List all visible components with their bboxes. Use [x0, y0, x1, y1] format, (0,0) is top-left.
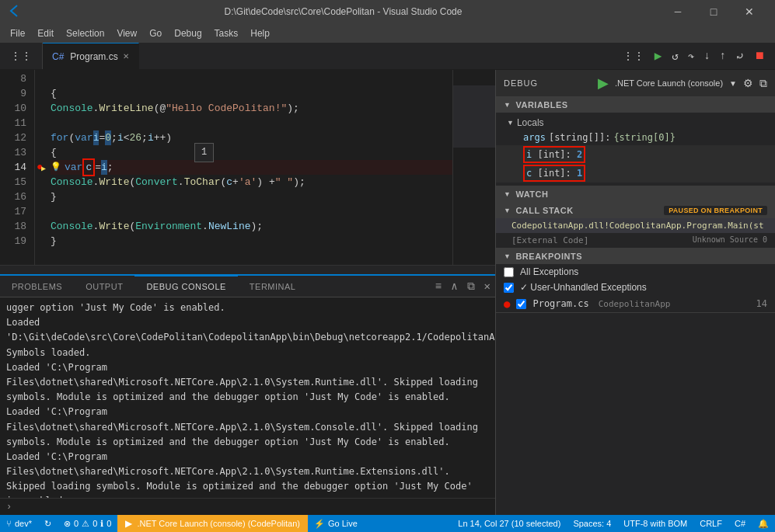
debug-input[interactable]	[16, 502, 489, 513]
spaces-info: Spaces: 4	[573, 519, 611, 528]
debug-dots[interactable]: ⋮⋮	[619, 47, 648, 65]
code-line-15: Console.Write(Convert.ToChar(c + 'a') + …	[51, 175, 452, 190]
status-notifications[interactable]: 🔔	[752, 515, 775, 532]
panel-split[interactable]: ⧉	[463, 276, 480, 297]
panel-close[interactable]: ✕	[480, 276, 495, 297]
tab-program-cs[interactable]: C# Program.cs ✕	[43, 43, 139, 69]
call-stack-chevron: ▼	[504, 207, 511, 214]
stack-frame-external[interactable]: [External Code] Unknown Source 0	[496, 233, 775, 248]
watch-label: WATCH	[515, 190, 548, 199]
panel-clear[interactable]: ∧	[446, 276, 462, 297]
breakpoints-chevron: ▼	[504, 252, 511, 260]
panel-tabs: PROBLEMS OUTPUT DEBUG CONSOLE TERMINAL ≡…	[0, 276, 495, 297]
bp-program-cs: ● Program.cs CodepolitanApp 14	[496, 295, 775, 312]
bp-user-unhandled-checkbox[interactable]	[504, 283, 514, 293]
menu-tasks[interactable]: Tasks	[208, 26, 245, 41]
close-button[interactable]: ✕	[731, 0, 767, 23]
menu-selection[interactable]: Selection	[60, 26, 110, 41]
explorer-icon[interactable]: ⋮⋮	[6, 47, 36, 65]
menu-debug[interactable]: Debug	[168, 26, 208, 41]
horizontal-scrollbar[interactable]	[0, 265, 495, 274]
maximize-button[interactable]: □	[696, 0, 731, 23]
tab-problems[interactable]: PROBLEMS	[0, 276, 74, 297]
tab-terminal[interactable]: TERMINAL	[238, 276, 308, 297]
i-val: 2	[577, 149, 582, 160]
info-count: 0	[106, 519, 111, 528]
lightbulb-icon[interactable]: 💡	[51, 160, 61, 175]
debug-restart[interactable]: ↺	[668, 47, 682, 65]
debug-console-content[interactable]: ugger option 'Just My Code' is enabled. …	[0, 297, 495, 498]
console-line-3: Loaded 'C:\Program Files\dotnet\shared\M…	[6, 360, 489, 405]
call-stack-header[interactable]: ▼ CALL STACK PAUSED ON BREAKPOINT	[496, 203, 775, 218]
minimize-button[interactable]: ─	[660, 0, 696, 23]
debug-step-over[interactable]: ↷	[684, 47, 698, 65]
menu-view[interactable]: View	[110, 26, 143, 41]
tab-debug-console[interactable]: DEBUG CONSOLE	[134, 276, 237, 297]
error-icon: ⊗	[64, 519, 71, 529]
locals-group-header[interactable]: ▼ Locals	[496, 116, 775, 130]
variables-content: ▼ Locals args [string[]]: {string[0]}	[496, 113, 775, 186]
tab-label: C#	[52, 51, 64, 62]
debug-maximize-icon[interactable]: ⧉	[759, 77, 767, 90]
warning-icon: ⚠	[82, 519, 89, 529]
frame-external-name: [External Code]	[511, 235, 588, 245]
panel-wrap-toggle[interactable]: ≡	[431, 276, 446, 297]
cursor-info: Ln 14, Col 27 (10 selected)	[458, 519, 560, 528]
code-line-14: 💡 var c = i; 1	[51, 160, 452, 175]
menu-help[interactable]: Help	[244, 26, 276, 41]
status-errors[interactable]: ⊗ 0 ⚠ 0 ℹ 0	[58, 515, 117, 532]
code-content[interactable]: { Console.WriteLine(@"Hello CodePolitan!…	[51, 70, 452, 265]
debug-stop[interactable]: ⏹	[750, 47, 769, 64]
args-type: [string[]]:	[549, 130, 610, 144]
code-line-19: }	[51, 234, 452, 249]
bp-all-exceptions-checkbox[interactable]	[504, 267, 514, 277]
debug-run-play-icon: ▶	[125, 518, 132, 529]
frame-main-name: CodepolitanApp.dll!CodepolitanApp.Progra…	[511, 221, 764, 231]
bp-program-cs-app: CodepolitanApp	[599, 299, 671, 309]
debug-continue[interactable]: ▶	[650, 46, 667, 66]
code-line-9: {	[51, 86, 452, 101]
variables-header[interactable]: ▼ VARIABLES	[496, 97, 775, 113]
app-icon	[8, 5, 20, 19]
variables-label: VARIABLES	[515, 100, 567, 110]
bp-program-cs-checkbox[interactable]	[516, 299, 526, 309]
console-line-2: Loaded 'D:\Git\deCode\src\Core\CodePolit…	[6, 315, 489, 360]
code-line-11	[51, 116, 452, 130]
breakpoints-header[interactable]: ▼ BREAKPOINTS	[496, 249, 775, 264]
status-cursor[interactable]: Ln 14, Col 27 (10 selected)	[452, 515, 567, 532]
status-branch[interactable]: ⑂ dev*	[0, 515, 38, 532]
breakpoints-content: All Exceptions ✓ User-Unhandled Exceptio…	[496, 264, 775, 312]
status-encoding[interactable]: UTF-8 with BOM	[617, 515, 693, 532]
debug-step-into[interactable]: ↓	[700, 47, 714, 64]
tab-close[interactable]: ✕	[123, 52, 129, 61]
stack-frame-main[interactable]: CodepolitanApp.dll!CodepolitanApp.Progra…	[496, 218, 775, 233]
frame-external-source: Unknown Source 0	[693, 235, 767, 245]
debug-settings-icon[interactable]: ⚙	[743, 77, 753, 89]
tab-output[interactable]: OUTPUT	[74, 276, 134, 297]
status-language[interactable]: C#	[728, 515, 752, 532]
console-line-5: Loaded 'C:\Program Files\dotnet\shared\M…	[6, 450, 489, 498]
menu-go[interactable]: Go	[143, 26, 168, 41]
bp-program-cs-file: Program.cs	[532, 298, 588, 309]
status-spaces[interactable]: Spaces: 4	[567, 515, 617, 532]
debug-step-out[interactable]: ↑	[716, 47, 730, 64]
debug-play-icon[interactable]: ▶	[598, 75, 609, 92]
breakpoints-section: ▼ BREAKPOINTS All Exceptions ✓ User-Unha…	[496, 249, 775, 313]
menu-edit[interactable]: Edit	[31, 26, 60, 41]
debug-run-status[interactable]: ▶ .NET Core Launch (console) (CodePolita…	[117, 515, 308, 532]
bp-all-exceptions: All Exceptions	[496, 264, 775, 280]
call-stack-label: CALL STACK	[515, 206, 573, 215]
status-sync[interactable]: ↻	[38, 515, 58, 532]
config-dropdown-icon[interactable]: ▼	[729, 79, 737, 88]
right-sidebar: DEBUG ▶ .NET Core Launch (console) ▼ ⚙ ⧉…	[495, 70, 775, 515]
watch-header[interactable]: ▼ WATCH	[496, 186, 775, 202]
debug-step-back[interactable]: ⤾	[731, 47, 749, 65]
debug-run-label: .NET Core Launch (console) (CodePolitan)	[137, 519, 300, 528]
title-text: D:\Git\deCode\src\Core\CodePolitan - Vis…	[26, 6, 660, 17]
args-val: {string[0]}	[613, 130, 675, 144]
status-golive[interactable]: ⚡ Go Live	[308, 515, 364, 532]
tab-filename: Program.cs	[70, 51, 117, 62]
status-line-ending[interactable]: CRLF	[693, 515, 728, 532]
console-line-4: Loaded 'C:\Program Files\dotnet\shared\M…	[6, 405, 489, 450]
menu-file[interactable]: File	[4, 26, 31, 41]
